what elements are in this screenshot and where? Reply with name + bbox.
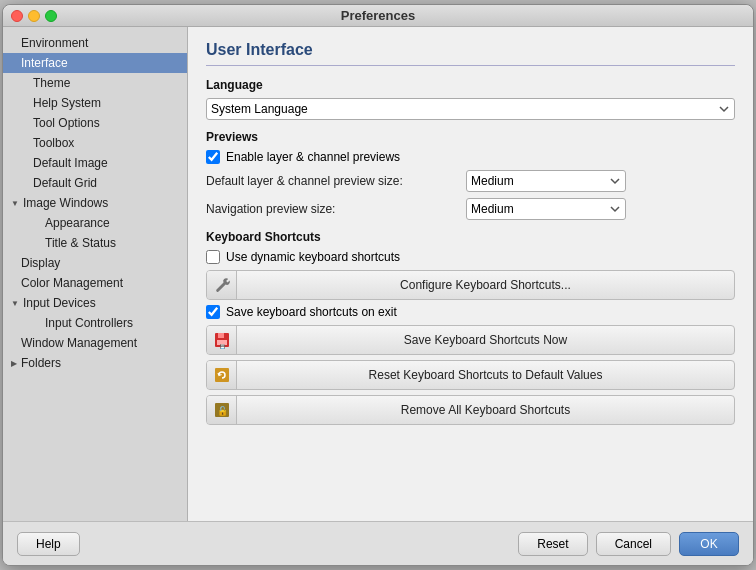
sidebar-item-image-windows[interactable]: ▼ Image Windows [3,193,187,213]
sidebar-item-window-management[interactable]: Window Management [3,333,187,353]
nav-preview-label: Navigation preview size: [206,202,466,216]
save-on-exit-label: Save keyboard shortcuts on exit [226,305,397,319]
save-icon: 💾 [213,331,231,349]
sidebar-item-input-devices[interactable]: ▼ Input Devices [3,293,187,313]
page-title: User Interface [206,41,735,66]
language-select[interactable]: System Language English French German Sp… [206,98,735,120]
default-preview-select-wrapper: Small Medium Large [466,170,626,192]
sidebar-item-appearance[interactable]: Appearance [3,213,187,233]
enable-previews-checkbox[interactable] [206,150,220,164]
dynamic-shortcuts-label: Use dynamic keyboard shortcuts [226,250,400,264]
dynamic-shortcuts-row: Use dynamic keyboard shortcuts [206,250,735,264]
footer: Help Reset Cancel OK [3,521,753,565]
sidebar-item-toolbox[interactable]: Toolbox [3,133,187,153]
remove-icon: 🔓 [213,401,231,419]
close-button[interactable] [11,10,23,22]
reset-icon [213,366,231,384]
sidebar-item-interface[interactable]: Interface [3,53,187,73]
svg-text:💾: 💾 [219,344,224,349]
sidebar-item-input-controllers[interactable]: Input Controllers [3,313,187,333]
footer-left: Help [17,532,518,556]
nav-preview-select-wrapper: Small Medium Large [466,198,626,220]
language-select-wrapper: System Language English French German Sp… [206,98,735,120]
svg-text:🔓: 🔓 [216,405,228,417]
save-shortcuts-label: Save Keyboard Shortcuts Now [237,333,734,347]
dynamic-shortcuts-checkbox[interactable] [206,250,220,264]
reset-shortcuts-label: Reset Keyboard Shortcuts to Default Valu… [237,368,734,382]
sidebar-item-theme[interactable]: Theme [3,73,187,93]
cancel-button[interactable]: Cancel [596,532,671,556]
minimize-button[interactable] [28,10,40,22]
reset-button[interactable]: Reset [518,532,587,556]
save-on-exit-row: Save keyboard shortcuts on exit [206,305,735,319]
help-button[interactable]: Help [17,532,80,556]
sidebar-item-environment[interactable]: Environment [3,33,187,53]
traffic-lights [11,10,57,22]
triangle-icon: ▼ [11,199,19,208]
maximize-button[interactable] [45,10,57,22]
sidebar-item-color-management[interactable]: Color Management [3,273,187,293]
configure-shortcuts-button[interactable]: Configure Keyboard Shortcuts... [206,270,735,300]
wrench-icon [213,276,231,294]
sidebar-item-title-status[interactable]: Title & Status [3,233,187,253]
window-title: Preferences [341,8,415,23]
titlebar: Preferences [3,5,753,27]
remove-shortcuts-label: Remove All Keyboard Shortcuts [237,403,734,417]
previews-section-label: Previews [206,130,735,144]
default-preview-select[interactable]: Small Medium Large [466,170,626,192]
reset-shortcuts-button[interactable]: Reset Keyboard Shortcuts to Default Valu… [206,360,735,390]
language-row: System Language English French German Sp… [206,98,735,120]
triangle-icon: ▶ [11,359,17,368]
sidebar-item-default-image[interactable]: Default Image [3,153,187,173]
nav-preview-row: Navigation preview size: Small Medium La… [206,198,735,220]
nav-preview-select[interactable]: Small Medium Large [466,198,626,220]
svg-rect-4 [215,368,229,382]
content-area: User Interface Language System Language … [188,27,753,521]
main-content: Environment Interface Theme Help System … [3,27,753,521]
sidebar-item-folders[interactable]: ▶ Folders [3,353,187,373]
save-on-exit-checkbox[interactable] [206,305,220,319]
sidebar: Environment Interface Theme Help System … [3,27,188,521]
triangle-icon: ▼ [11,299,19,308]
remove-shortcuts-button[interactable]: 🔓 Remove All Keyboard Shortcuts [206,395,735,425]
configure-shortcuts-icon-cell [207,271,237,299]
default-preview-row: Default layer & channel preview size: Sm… [206,170,735,192]
remove-shortcuts-icon-cell: 🔓 [207,396,237,424]
save-shortcuts-button[interactable]: 💾 Save Keyboard Shortcuts Now [206,325,735,355]
sidebar-item-help-system[interactable]: Help System [3,93,187,113]
footer-right: Reset Cancel OK [518,532,739,556]
configure-shortcuts-label: Configure Keyboard Shortcuts... [237,278,734,292]
default-preview-label: Default layer & channel preview size: [206,174,466,188]
preferences-window: Preferences Environment Interface Theme … [2,4,754,566]
save-shortcuts-icon-cell: 💾 [207,326,237,354]
ok-button[interactable]: OK [679,532,739,556]
sidebar-item-tool-options[interactable]: Tool Options [3,113,187,133]
language-section-label: Language [206,78,735,92]
enable-previews-label: Enable layer & channel previews [226,150,400,164]
svg-rect-1 [218,333,224,338]
enable-previews-row: Enable layer & channel previews [206,150,735,164]
sidebar-item-default-grid[interactable]: Default Grid [3,173,187,193]
reset-shortcuts-icon-cell [207,361,237,389]
sidebar-item-display[interactable]: Display [3,253,187,273]
keyboard-section-label: Keyboard Shortcuts [206,230,735,244]
